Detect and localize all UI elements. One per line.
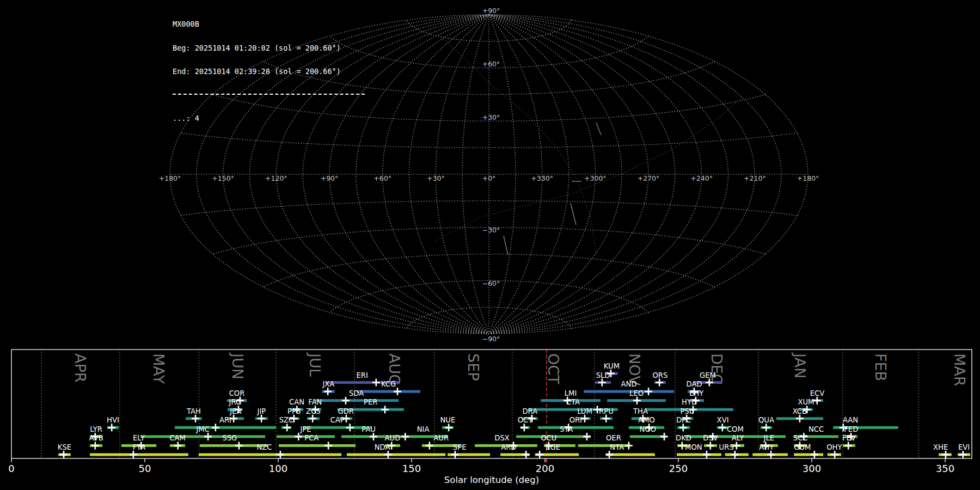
shower-code-label: SLD (596, 371, 610, 379)
shower-code-label: OCT (518, 416, 534, 424)
shower-code-label: AUD (385, 434, 401, 442)
lon-label: +270° (638, 174, 660, 182)
shower-peak-marker (583, 433, 591, 440)
shower-code-label: CAM (169, 434, 186, 442)
shower-peak-marker (581, 415, 589, 422)
shower-peak-marker (130, 451, 137, 458)
shower-code-label: SDA (349, 389, 364, 397)
lon-label: +180° (159, 174, 181, 182)
shower-peak-marker (204, 433, 212, 440)
shower-code-label: JLE (763, 434, 775, 442)
shower-peak-marker (394, 388, 401, 395)
shower-bar (606, 453, 655, 456)
ecliptic-curve (436, 32, 596, 255)
shower-peak-marker (91, 442, 99, 449)
shower-code-label: AUR (433, 434, 449, 442)
month-label: FEB (872, 353, 889, 381)
shower-peak-marker (401, 433, 409, 440)
shower-code-label: ERI (356, 371, 367, 379)
shower-code-label: AMO (638, 416, 655, 424)
x-axis-tick-label: 300 (803, 463, 821, 474)
shower-bar (175, 426, 276, 429)
shower-code-label: HYD (682, 398, 697, 406)
shower-peak-marker (108, 424, 115, 431)
shower-code-label: NZC (256, 443, 272, 451)
shower-peak-marker (679, 424, 687, 431)
grid-meridian (489, 15, 648, 334)
shower-peak-marker (451, 451, 459, 458)
shower-code-label: JXA (322, 380, 334, 388)
shower-code-label: ECV (810, 389, 825, 397)
shower-peak-marker (602, 415, 610, 422)
shower-code-label: PAU (362, 425, 376, 433)
shower-code-label: XCB (793, 407, 807, 415)
shower-code-label: PSU (680, 407, 694, 415)
ecliptic-curve (436, 98, 742, 241)
shower-code-label: URS (719, 443, 734, 451)
shower-code-label: GUM (794, 443, 811, 451)
shower-peak-marker (536, 451, 543, 458)
shower-peak-marker (520, 424, 528, 431)
lat-label: −30° (482, 226, 500, 234)
shower-peak-marker (625, 442, 633, 449)
shower-peak-marker (942, 451, 950, 458)
shower-peak-marker (762, 424, 770, 431)
session-header: MX000B Beg: 20251014 01:20:02 (sol = 200… (173, 4, 365, 138)
shower-peak-marker (258, 415, 265, 422)
shower-code-label: AHY (759, 443, 774, 451)
shower-code-label: JEA (229, 407, 241, 415)
shower-code-label: ORS (652, 371, 667, 379)
shower-code-label: DRA (522, 407, 537, 415)
shower-peak-marker (959, 451, 967, 458)
shower-code-label: DSV (703, 434, 718, 442)
shower-code-label: HVI (107, 416, 119, 424)
shower-peak-marker (60, 451, 68, 458)
month-label: MAY (150, 353, 167, 384)
shower-peak-marker (844, 442, 852, 449)
shower-peak-marker (660, 433, 668, 440)
shower-peak-marker (831, 451, 838, 458)
shower-peak-marker (295, 433, 302, 440)
shower-code-label: JMC (195, 425, 209, 433)
plot-canvas: +180°+150°+120°+90°+60°+30°+0°+330°+300°… (0, 0, 980, 490)
shower-peak-marker (309, 415, 316, 422)
x-axis-tick-label: 150 (402, 463, 421, 474)
month-label: DEC (708, 353, 725, 384)
lon-label: +180° (797, 174, 819, 182)
shower-bar (279, 444, 356, 447)
shower-code-label: LEO (629, 389, 644, 397)
shower-peak-marker (645, 388, 652, 395)
month-label: OCT (545, 353, 562, 384)
shower-peak-marker (633, 397, 641, 405)
month-label: MAR (951, 353, 968, 387)
shower-peak-marker (733, 442, 740, 449)
shower-peak-marker (426, 442, 433, 449)
shower-code-label: NIA (417, 425, 430, 433)
shower-code-label: DPC (676, 416, 691, 424)
shower-code-label: AAN (843, 416, 858, 424)
shower-code-label: EHY (689, 389, 704, 397)
x-axis-tick-label: 100 (269, 463, 287, 474)
shower-peak-marker (767, 451, 775, 458)
shower-code-label: XUM (798, 398, 814, 406)
lon-label: +60° (373, 174, 391, 182)
shower-code-label: EVI (958, 443, 970, 451)
shower-code-label: XHE (933, 443, 948, 451)
shower-peak-marker (283, 424, 291, 431)
shower-code-label: SCC (793, 434, 808, 442)
shower-bar (794, 453, 823, 456)
shower-code-label: DSX (494, 434, 510, 442)
shower-peak-marker (342, 397, 350, 405)
shower-code-label: ORI (569, 416, 582, 424)
shower-code-label: LYR (90, 425, 102, 433)
shower-peak-marker (277, 451, 284, 458)
shower-peak-marker (324, 442, 332, 449)
shower-code-label: GDR (338, 407, 354, 415)
shower-peak-marker (719, 424, 726, 431)
shower-code-label: RPU (599, 407, 614, 415)
shower-code-label: THA (633, 407, 648, 415)
month-label: JUN (229, 352, 246, 379)
shower-code-label: KCG (381, 380, 396, 388)
shower-code-label: DAD (687, 380, 702, 388)
shower-peak-marker (235, 442, 243, 449)
